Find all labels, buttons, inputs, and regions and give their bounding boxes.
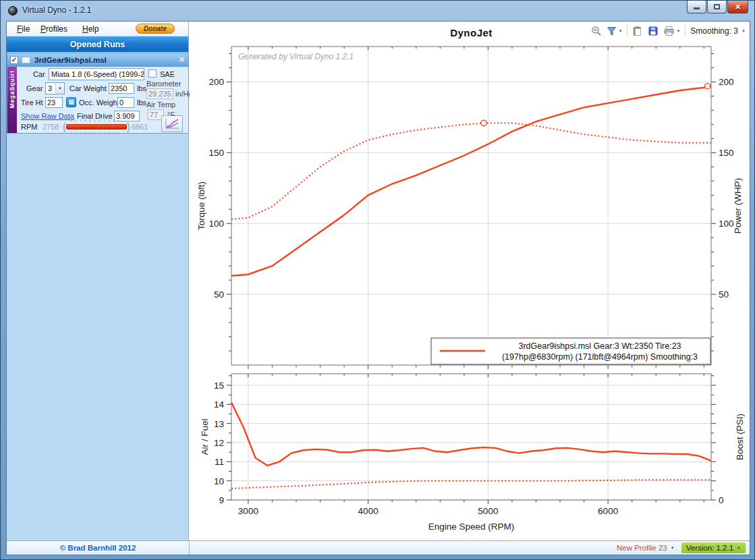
menu-profiles[interactable]: Profiles (40, 24, 67, 34)
gear-label: Gear (26, 84, 43, 92)
occ-weight-input[interactable] (117, 97, 134, 108)
profile-label: New Profile 23 (617, 544, 667, 552)
donate-button[interactable]: Donate (136, 24, 175, 34)
menu-help[interactable]: Help (82, 24, 99, 34)
svg-text:15: 15 (214, 381, 224, 391)
svg-text:100: 100 (208, 219, 224, 229)
maximize-icon (714, 4, 720, 9)
car-weight-unit: lbs (137, 84, 146, 92)
chevron-down-icon: ▼ (671, 546, 675, 550)
window-content: File Profiles Help Donate Opened Runs ✓ … (6, 21, 750, 555)
copyright-text: © Brad Barnhill 2012 (7, 541, 190, 555)
run-panel-header[interactable]: ✓ 3rdGear9ishpsi.msl ✕ (7, 53, 188, 67)
gear-select[interactable]: 3 ▼ (45, 82, 65, 94)
barometer-input (146, 88, 173, 99)
titlebar[interactable]: Virtual Dyno - 1.2.1 ✕ (1, 1, 754, 21)
svg-text:DynoJet: DynoJet (450, 27, 493, 38)
opened-runs-header: Opened Runs (7, 36, 188, 52)
sae-label: SAE (160, 70, 175, 78)
chevron-down-icon: ▼ (737, 546, 741, 550)
svg-text:3000: 3000 (238, 506, 258, 516)
car-weight-input[interactable] (109, 83, 134, 94)
minimize-button[interactable] (687, 1, 706, 13)
svg-text:Power (WHP): Power (WHP) (733, 178, 743, 234)
svg-text:12: 12 (214, 438, 224, 448)
svg-text:6000: 6000 (598, 506, 618, 516)
svg-text:Generated by Virtual Dyno 1.2.: Generated by Virtual Dyno 1.2.1 (238, 52, 354, 61)
close-icon: ✕ (735, 3, 741, 11)
run-color-swatch (22, 57, 30, 63)
svg-text:13: 13 (214, 419, 224, 429)
svg-text:(197hp@6830rpm) (171lbft@4964r: (197hp@6830rpm) (171lbft@4964rpm) Smooth… (502, 352, 698, 362)
window-title: Virtual Dyno - 1.2.1 (22, 5, 92, 15)
check-icon: ✓ (11, 56, 17, 63)
profile-menu[interactable]: New Profile 23 ▼ (617, 544, 675, 552)
tire-height-label: Tire Ht (21, 99, 43, 107)
run-visible-checkbox[interactable]: ✓ (10, 56, 18, 64)
car-select[interactable]: Miata 1.8 (6-Speed) (1999-2 ▼ (49, 68, 144, 80)
app-icon (8, 6, 18, 16)
version-menu[interactable]: Version: 1.2.1 ▼ (681, 542, 746, 553)
rpm-min-value: 2758 (43, 123, 59, 131)
gear-select-value: 3 (48, 84, 52, 92)
svg-text:150: 150 (719, 148, 734, 158)
status-bar: © Brad Barnhill 2012 New Profile 23 ▼ Ve… (7, 540, 750, 555)
tire-calculator-button[interactable]: ▦ (66, 97, 76, 107)
rpm-range-bar[interactable] (66, 124, 127, 130)
rpm-max-value: 6861 (132, 123, 148, 131)
run-panel: ✓ 3rdGear9ishpsi.msl ✕ MegaSquirt Car Mi… (7, 53, 189, 134)
car-select-value: Miata 1.8 (6-Speed) (1999-2 (51, 70, 144, 78)
graph-icon (165, 118, 179, 130)
run-filename: 3rdGear9ishpsi.msl (34, 56, 107, 64)
svg-text:Engine Speed (RPM): Engine Speed (RPM) (428, 522, 515, 532)
svg-text:10: 10 (214, 476, 224, 486)
svg-text:9: 9 (219, 495, 224, 505)
svg-text:50: 50 (719, 289, 729, 300)
rpm-label: RPM (21, 123, 37, 131)
rpm-right-handle[interactable]: ) (127, 123, 130, 130)
rpm-range-slider[interactable]: ( ) (63, 118, 130, 134)
svg-text:200: 200 (719, 77, 734, 87)
svg-text:5000: 5000 (478, 506, 498, 516)
svg-text:Air / Fuel: Air / Fuel (200, 418, 210, 455)
svg-text:0: 0 (719, 495, 724, 505)
svg-text:Boost (PSI): Boost (PSI) (735, 414, 745, 460)
svg-text:11: 11 (215, 457, 224, 467)
slider-ticks-top (71, 119, 122, 121)
svg-text:4000: 4000 (358, 506, 379, 516)
svg-text:150: 150 (208, 148, 224, 158)
barometer-label: Barometer (146, 80, 181, 88)
megasquirt-label: MegaSquirt (9, 70, 16, 108)
svg-text:50: 50 (214, 289, 224, 300)
chart-area: ▼ (190, 22, 750, 540)
close-button[interactable]: ✕ (727, 1, 748, 13)
calculator-icon: ▦ (68, 99, 74, 105)
dyno-charts-canvas[interactable]: DynoJetGenerated by Virtual Dyno 1.2.150… (190, 22, 751, 542)
svg-text:Torque (lbft): Torque (lbft) (196, 181, 206, 230)
svg-text:14: 14 (214, 399, 225, 410)
app-window: Virtual Dyno - 1.2.1 ✕ File Profiles Hel… (0, 0, 755, 560)
occ-weight-label: Occ. Weight (79, 99, 119, 107)
sae-checkbox[interactable] (148, 69, 157, 78)
tire-height-input[interactable] (45, 97, 63, 108)
chevron-down-icon: ▼ (55, 83, 64, 94)
megasquirt-strip: MegaSquirt (7, 67, 17, 133)
minimize-icon (694, 7, 700, 9)
graph-button[interactable] (161, 115, 183, 132)
air-temp-label: Air Temp (146, 101, 175, 109)
occ-weight-unit: lbs (137, 99, 146, 107)
maximize-button[interactable] (707, 1, 727, 13)
svg-text:3rdGear9ishpsi.msl Gear:3 Wt:2: 3rdGear9ishpsi.msl Gear:3 Wt:2350 Tire:2… (518, 341, 681, 351)
run-close-button[interactable]: ✕ (179, 55, 185, 64)
version-label: Version: 1.2.1 (686, 544, 733, 552)
svg-text:100: 100 (719, 219, 734, 229)
slider-ticks-bottom (71, 132, 122, 134)
menu-bar: File Profiles Help Donate (7, 22, 188, 36)
car-weight-label: Car Weight (69, 84, 107, 92)
menu-file[interactable]: File (17, 24, 30, 34)
sidebar: File Profiles Help Donate Opened Runs ✓ … (7, 22, 189, 541)
car-label: Car (33, 70, 45, 78)
svg-text:200: 200 (208, 77, 224, 87)
